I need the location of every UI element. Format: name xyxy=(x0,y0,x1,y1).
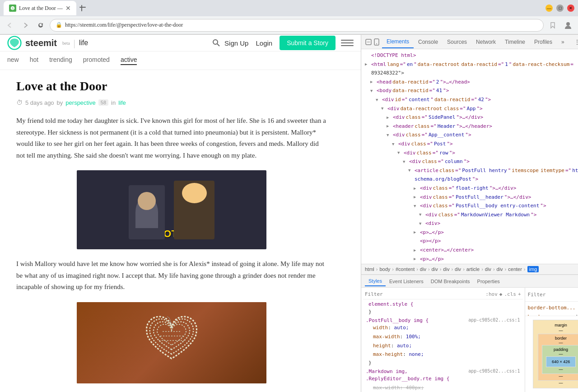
computed-filter-input[interactable] xyxy=(528,292,578,298)
profile-button[interactable] xyxy=(562,19,574,32)
breadcrumb-content[interactable]: #content xyxy=(396,266,415,272)
html-line-article[interactable]: ▼ <article class="PostFull hentry" items… xyxy=(361,166,578,175)
html-line-column[interactable]: ▼ <div class="column"> xyxy=(361,157,578,166)
hamburger-menu[interactable] xyxy=(341,37,354,49)
styles-tab-event-listeners[interactable]: Event Listeners xyxy=(386,277,427,286)
subnav-new[interactable]: new xyxy=(7,56,19,65)
styles-tab-properties[interactable]: Properties xyxy=(474,277,503,286)
site-name[interactable]: steemit xyxy=(25,38,57,48)
breadcrumb-img[interactable]: img xyxy=(527,266,539,272)
tab-timeline[interactable]: Timeline xyxy=(500,36,530,48)
html-line-checksum[interactable]: 893248322"> xyxy=(361,69,578,78)
html-line-article-cont[interactable]: schema.org/blogPost"> xyxy=(361,175,578,184)
forward-button[interactable] xyxy=(19,19,32,32)
markdown-rule-source[interactable]: app-c985c02...css:1 xyxy=(468,369,520,374)
svg-point-17 xyxy=(376,43,377,44)
search-button[interactable] xyxy=(208,35,224,51)
tab-profiles[interactable]: Profiles xyxy=(530,36,557,48)
devtools-inspect-icon[interactable] xyxy=(365,38,372,46)
signup-link[interactable]: Sign Up xyxy=(224,39,248,47)
back-button[interactable] xyxy=(4,19,16,32)
active-tab[interactable]: S Love at the Door — ✕ xyxy=(4,1,76,15)
html-line-center1[interactable]: ▶ <center>…</center> xyxy=(361,246,578,255)
tab-network[interactable]: Network xyxy=(471,36,500,48)
devtools-device-icon[interactable] xyxy=(373,38,380,46)
postfull-rule-source[interactable]: app-c985c02...css:1 xyxy=(468,317,520,323)
color-filter-icon[interactable]: ◆ xyxy=(499,291,503,297)
subnav-hot[interactable]: hot xyxy=(30,56,38,65)
tab-console[interactable]: Console xyxy=(414,36,443,48)
html-line-postfull-body[interactable]: ▼ <div class="PostFull__body entry-conte… xyxy=(361,201,578,210)
styles-filter-input[interactable] xyxy=(365,291,484,297)
tab-elements[interactable]: Elements xyxy=(382,36,414,48)
html-line-content-div[interactable]: ▼ <div id="content" data-reactid="42"> xyxy=(361,95,578,104)
breadcrumb-div2[interactable]: div xyxy=(432,266,438,272)
breadcrumb-div1[interactable]: div xyxy=(420,266,426,272)
subnav-trending[interactable]: trending xyxy=(49,56,72,65)
svg-rect-2 xyxy=(81,5,82,11)
address-bar[interactable]: 🔒 https://steemit.com/life/@perspective/… xyxy=(50,19,544,32)
computed-panel: Show all border-bottom... rgb(5... borde… xyxy=(525,288,578,392)
maximize-button[interactable]: ☐ xyxy=(556,5,564,12)
beta-badge: beta xyxy=(62,41,70,46)
author-link[interactable]: perspective xyxy=(65,99,95,106)
html-line-postfull-header[interactable]: ▶ <div class="PostFull__header">…</div> xyxy=(361,193,578,202)
styles-tab-styles[interactable]: Styles xyxy=(365,276,386,286)
new-tab-button[interactable] xyxy=(76,2,89,14)
breadcrumb-div5[interactable]: div xyxy=(485,266,491,272)
breadcrumb-center[interactable]: center xyxy=(508,266,522,272)
svg-point-5 xyxy=(566,22,570,26)
category-link[interactable]: life xyxy=(79,39,88,47)
html-line-html[interactable]: ▶ <html lang="en" data-reactroot data-re… xyxy=(361,60,578,69)
element-style-section: element.style { } xyxy=(363,299,523,317)
nav-links: Sign Up Login Submit a Story xyxy=(224,36,336,50)
steemit-logo[interactable] xyxy=(7,36,22,50)
subnav-active[interactable]: active xyxy=(121,56,137,65)
breadcrumb-div6[interactable]: div xyxy=(497,266,503,272)
html-line-app-content[interactable]: ▼ <div class="App__content"> xyxy=(361,131,578,140)
html-line-row[interactable]: ▼ <div class="row"> xyxy=(361,149,578,158)
html-line-header[interactable]: ▶ <header class="Header">…</header> xyxy=(361,122,578,131)
html-tree-panel[interactable]: <!DOCTYPE html> ▶ <html lang="en" data-r… xyxy=(361,49,578,264)
tab-close-button[interactable]: ✕ xyxy=(65,5,71,12)
html-line-body[interactable]: ▼ <body data-reactid="41"> xyxy=(361,86,578,95)
close-window-button[interactable]: ✕ xyxy=(567,5,574,12)
subnav-promoted[interactable]: promoted xyxy=(83,56,110,65)
add-style-icon[interactable]: + xyxy=(518,291,521,297)
html-line-p2[interactable]: <p></p> xyxy=(361,237,578,246)
html-line-app-div[interactable]: ▼ <div data-reactroot class="App"> xyxy=(361,104,578,113)
hover-filter-icon[interactable]: :hov xyxy=(485,291,498,297)
article-meta: ⏱ 5 days ago by perspective 58 in life xyxy=(16,99,327,106)
html-line-p3[interactable]: ▶ <p>…</p> xyxy=(361,255,578,264)
html-line-markdown[interactable]: ▼ <div class="MarkdownViewer Markdown"> xyxy=(361,210,578,219)
category-link-article[interactable]: life xyxy=(118,99,126,106)
html-line-post[interactable]: ▼ <div class="Post"> xyxy=(361,140,578,149)
breadcrumb-body[interactable]: body xyxy=(379,266,390,272)
bookmark-button[interactable] xyxy=(546,19,559,32)
login-link[interactable]: Login xyxy=(256,39,272,47)
webpage: steemit beta | life Sign Up Login Submit… xyxy=(0,35,361,392)
cls-filter-icon[interactable]: .cls xyxy=(504,291,516,297)
html-line-doctype[interactable]: <!DOCTYPE html> xyxy=(361,51,578,60)
breadcrumb-article[interactable]: article xyxy=(466,266,480,272)
devtools-menu-button[interactable]: ⋮ xyxy=(572,37,578,47)
breadcrumb-html[interactable]: html xyxy=(365,266,374,272)
styles-tab-dom-breakpoints[interactable]: DOM Breakpoints xyxy=(427,277,474,286)
submit-story-button[interactable]: Submit a Story xyxy=(280,36,336,50)
html-line-float[interactable]: ▶ <div class="float-right">…</div> xyxy=(361,184,578,193)
html-line-p1[interactable]: ▶ <p>…</p> xyxy=(361,228,578,237)
html-line-sidepanel[interactable]: ▶ <div class="SidePanel">…</div> xyxy=(361,113,578,122)
refresh-button[interactable] xyxy=(34,19,47,32)
content-box: 640 × 426 xyxy=(546,356,576,367)
computed-filter-row: Show all xyxy=(525,288,578,302)
breadcrumb-div4[interactable]: div xyxy=(455,266,461,272)
svg-point-7 xyxy=(213,40,218,44)
minimize-button[interactable]: — xyxy=(545,5,553,12)
html-line-inner-div[interactable]: ▼ <div> xyxy=(361,219,578,228)
svg-marker-4 xyxy=(551,23,555,28)
breadcrumb-div3[interactable]: div xyxy=(443,266,449,272)
html-line-head[interactable]: ▶ <head data-reactid="2">…</head> xyxy=(361,78,578,87)
tab-more[interactable]: » xyxy=(557,36,569,48)
tab-sources[interactable]: Sources xyxy=(443,36,471,48)
devtools-panel: Elements Console Sources Network Timelin… xyxy=(361,35,578,392)
